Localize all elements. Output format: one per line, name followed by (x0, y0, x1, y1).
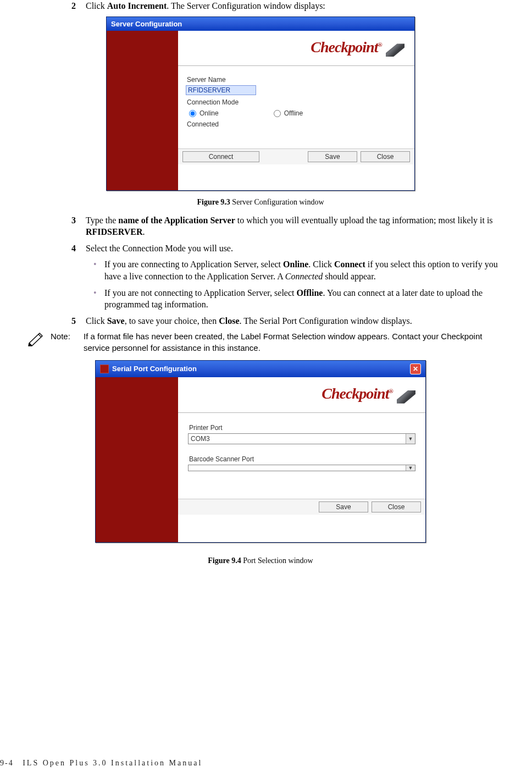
figure-caption: Figure 9.3 Server Configuration window (11, 198, 510, 207)
connected-status: Connected (187, 120, 407, 128)
logo-swoosh-icon (397, 390, 415, 404)
scanner-port-label: Barcode Scanner Port (189, 455, 415, 463)
text: . (142, 227, 145, 236)
step-3: 3 Type the name of the Application Serve… (71, 214, 510, 238)
step-2: 2 Click Auto Increment. The Server Confi… (71, 0, 510, 12)
offline-radio[interactable]: Offline (274, 109, 303, 117)
note-text: If a format file has never been created,… (84, 331, 510, 354)
step-body: Click Auto Increment. The Server Configu… (86, 0, 510, 12)
text: If you are connecting to Application Ser… (104, 260, 283, 269)
online-radio-input[interactable] (189, 110, 196, 117)
bullet-body: If you are not connecting to Application… (104, 287, 510, 311)
text: Type the (86, 216, 118, 225)
text-bold: Save (107, 316, 125, 326)
scanner-port-value (189, 465, 406, 471)
sidebar (107, 31, 178, 190)
step-body: Type the name of the Application Server … (86, 214, 510, 238)
step-number: 2 (71, 0, 86, 12)
step-4: 4 Select the Connection Mode you will us… (71, 242, 510, 255)
figure-caption: Figure 9.4 Port Selection window (11, 556, 510, 565)
text-bold: Close (219, 316, 239, 326)
step-number: 3 (71, 214, 86, 238)
figure-9-3: Server Configuration Checkpoint® Server … (11, 16, 510, 207)
text: . Click (308, 260, 334, 269)
page-footer: 9-4 ILS Open Plus 3.0 Installation Manua… (0, 759, 202, 768)
text: , to save your choice, then (125, 316, 219, 326)
logo-text: Checkpoint (311, 38, 378, 56)
titlebar[interactable]: Serial Port Configuration ✕ (96, 361, 425, 377)
offline-radio-input[interactable] (274, 110, 281, 117)
caption-bold: Figure 9.3 (197, 198, 230, 206)
logo-text: Checkpoint (322, 385, 389, 402)
text-bold: Online (283, 260, 308, 269)
chevron-down-icon[interactable]: ▼ (406, 465, 415, 471)
footer-title: ILS Open Plus 3.0 Installation Manual (23, 759, 202, 767)
figure-9-4: Serial Port Configuration ✕ Checkpoint® … (11, 360, 510, 565)
bullet-item: • If you are connecting to Application S… (93, 258, 510, 282)
server-name-input[interactable] (186, 85, 256, 95)
online-label: Online (199, 109, 219, 117)
window-title: Server Configuration (111, 20, 182, 28)
note: Note: If a format file has never been cr… (27, 331, 510, 354)
save-button[interactable]: Save (319, 501, 368, 512)
caption-bold: Figure 9.4 (208, 556, 241, 565)
window-title: Serial Port Configuration (112, 365, 197, 373)
text-bold: name of the Application Server (118, 216, 235, 225)
text: Click (86, 316, 107, 326)
bullet-icon: • (93, 258, 104, 282)
server-name-label: Server Name (187, 76, 407, 84)
server-config-window: Server Configuration Checkpoint® Server … (106, 16, 415, 191)
close-button[interactable]: Close (361, 151, 410, 162)
offline-label: Offline (284, 109, 303, 117)
note-label: Note: (51, 331, 84, 354)
page-number: 9-4 (0, 759, 14, 767)
connect-button[interactable]: Connect (182, 151, 259, 162)
bullet-body: If you are connecting to Application Ser… (104, 258, 510, 282)
text: to which you will eventually upload the … (235, 216, 493, 225)
step-number: 4 (71, 242, 86, 255)
text: should appear. (323, 272, 375, 281)
caption-text: Port Selection window (241, 556, 313, 565)
scanner-port-select[interactable]: ▼ (188, 465, 415, 471)
bullet-icon: • (93, 287, 104, 311)
registered-icon: ® (389, 388, 392, 394)
text: Click (86, 1, 107, 10)
pencil-icon (27, 331, 51, 354)
text-bold: Offline (296, 288, 323, 297)
caption-text: Server Configuration window (230, 198, 324, 206)
sidebar (96, 377, 178, 542)
text: . The Serial Port Configuration window d… (240, 316, 412, 326)
window-icon (100, 365, 109, 373)
titlebar[interactable]: Server Configuration (107, 17, 414, 31)
text: If you are not connecting to Application… (104, 288, 296, 297)
logo: Checkpoint® (178, 31, 414, 66)
step-body: Select the Connection Mode you will use. (86, 242, 510, 255)
save-button[interactable]: Save (308, 151, 357, 162)
text-bold: Connect (334, 260, 365, 269)
online-radio[interactable]: Online (189, 109, 219, 117)
step-number: 5 (71, 315, 86, 327)
close-icon[interactable]: ✕ (410, 363, 421, 374)
text-italic: Connected (285, 272, 323, 281)
printer-port-value: COM3 (189, 434, 406, 444)
text-bold: RFIDSERVER (86, 227, 142, 236)
chevron-down-icon[interactable]: ▼ (406, 434, 415, 444)
connection-mode-label: Connection Mode (187, 98, 407, 106)
registered-icon: ® (378, 41, 381, 47)
serial-port-window: Serial Port Configuration ✕ Checkpoint® … (95, 360, 426, 543)
text-bold: Auto Increment (107, 1, 167, 10)
step-5: 5 Click Save, to save your choice, then … (71, 315, 510, 327)
printer-port-label: Printer Port (189, 424, 415, 432)
printer-port-select[interactable]: COM3 ▼ (188, 433, 415, 444)
text: . The Server Configuration window displa… (167, 1, 325, 10)
bullet-item: • If you are not connecting to Applicati… (93, 287, 510, 311)
close-button[interactable]: Close (372, 501, 421, 512)
step-body: Click Save, to save your choice, then Cl… (86, 315, 510, 327)
logo-swoosh-icon (386, 43, 404, 57)
logo: Checkpoint® (178, 377, 425, 412)
